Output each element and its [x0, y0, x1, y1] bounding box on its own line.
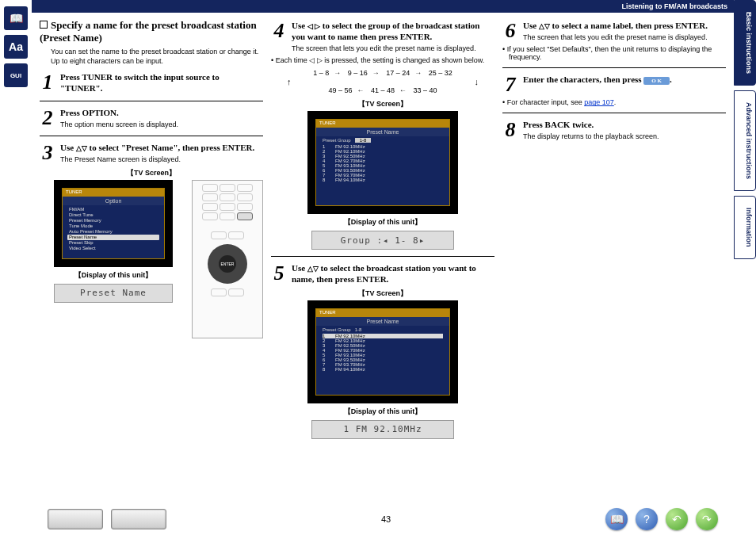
tab-advanced[interactable]: Advanced instructions	[734, 90, 756, 191]
step-8-title: Press BACK twice.	[523, 120, 726, 131]
tv-bar-tuner: TUNER	[66, 189, 82, 194]
triangle-up-down-icon: △▽	[76, 145, 87, 152]
step-number: 3	[40, 143, 55, 164]
step-7: 7 Enter the characters, then press O K.	[502, 75, 726, 95]
tab-information[interactable]: Information	[734, 196, 756, 259]
section-title-text: Specify a name for the preset broadcast …	[40, 19, 257, 44]
step-4: 4 Use ◁ ▷ to select the group of the bro…	[271, 21, 494, 53]
tab-basic[interactable]: Basic instructions	[734, 0, 756, 86]
step-7-bullet: • For character input, see page 107.	[502, 98, 726, 106]
lcd-group: Group :◂ 1- 8▸	[311, 231, 454, 250]
step-6-note: The screen that lets you edit the preset…	[523, 33, 726, 43]
display-label-3: 【Display of this unit】	[271, 407, 494, 417]
display-label-2: 【Display of this unit】	[271, 217, 494, 227]
columns: Specify a name for the preset broadcast …	[32, 13, 734, 535]
step-number: 4	[271, 21, 287, 53]
tv-screen-label-3: 【TV Screen】	[271, 289, 494, 299]
step-3-note: The Preset Name screen is displayed.	[60, 155, 263, 165]
right-nav-tabs: Basic instructions Advanced instructions…	[734, 0, 756, 535]
group-cycle-diagram: 1 – 8→ 9 – 16→ 17 – 24→ 25 – 32 ↑↓ 49 – …	[271, 69, 494, 94]
ok-button-badge: O K	[643, 77, 670, 86]
gui-icon[interactable]: GUI	[4, 63, 28, 87]
lcd-preset-name: Preset Name	[54, 284, 173, 303]
page: 📖 Aa GUI Listening to FM/AM broadcasts S…	[0, 0, 756, 535]
footer-left	[48, 509, 166, 529]
column-2: 4 Use ◁ ▷ to select the group of the bro…	[271, 17, 494, 535]
step-7-title: Enter the characters, then press O K.	[523, 75, 726, 86]
device-front-icon[interactable]	[48, 509, 103, 529]
page-107-link[interactable]: page 107	[584, 98, 614, 106]
page-header: Listening to FM/AM broadcasts	[32, 0, 734, 13]
device-rear-icon[interactable]	[111, 509, 166, 529]
step-5: 5 Use △▽ to select the broadcast station…	[271, 263, 494, 285]
book-icon[interactable]: 📖	[4, 6, 28, 30]
step-1: 1 Press TUNER to switch the input source…	[40, 72, 263, 94]
step-1-title: Press TUNER to switch the input source t…	[60, 72, 263, 94]
tv-preset-screenshot: TUNER Preset Name Preset Group 1-8 1FM 9…	[307, 111, 458, 214]
step-5-title: Use △▽ to select the broadcast station y…	[292, 263, 494, 285]
triangle-left-right-icon: ◁ ▷	[307, 23, 320, 30]
left-icon-bar: 📖 Aa GUI	[0, 0, 32, 535]
step-4-note: The screen that lets you edit the preset…	[292, 44, 494, 54]
lcd-station: 1 FM 92.10MHz	[311, 420, 454, 439]
tv-screen-label-2: 【TV Screen】	[271, 99, 494, 109]
column-1: Specify a name for the preset broadcast …	[40, 17, 263, 535]
step-number: 6	[502, 21, 518, 42]
remote-dpad	[208, 244, 247, 284]
step-number: 8	[502, 120, 518, 141]
prev-page-icon[interactable]: ↶	[666, 508, 688, 530]
step-number: 5	[271, 263, 287, 285]
step-2-title: Press OPTION.	[60, 108, 263, 119]
step-3-title: Use △▽ to select "Preset Name", then pre…	[60, 143, 263, 154]
step-8: 8 Press BACK twice. The display returns …	[502, 120, 726, 141]
tv-and-remote: TUNER Option FM/AMDirect TunePreset Memo…	[40, 180, 263, 338]
page-footer: 43 📖 ? ↶ ↷	[32, 508, 734, 530]
step-6-bullet: • If you select "Set Defaults", then the…	[502, 45, 726, 61]
step-number: 2	[40, 108, 55, 129]
help-icon[interactable]: ?	[636, 508, 658, 530]
section-title: Specify a name for the preset broadcast …	[40, 19, 263, 44]
step-6: 6 Use △▽ to select a name label, then pr…	[502, 21, 726, 42]
remote-tuner-button	[237, 212, 253, 220]
step-2-note: The option menu screen is displayed.	[60, 120, 263, 130]
step-4-title: Use ◁ ▷ to select the group of the broad…	[292, 21, 494, 43]
display-label: 【Display of this unit】	[40, 270, 187, 281]
tv-option-screenshot: TUNER Option FM/AMDirect TunePreset Memo…	[54, 180, 173, 267]
glossary-icon[interactable]: Aa	[4, 35, 28, 59]
step-6-title: Use △▽ to select a name label, then pres…	[523, 21, 726, 32]
page-number: 43	[381, 514, 391, 524]
step-number: 1	[40, 72, 55, 94]
tv-screen-label: 【TV Screen】	[40, 168, 263, 178]
remote-control-illustration	[192, 180, 263, 338]
contents-icon[interactable]: 📖	[605, 508, 628, 530]
step-4-bullet: • Each time ◁ ▷ is pressed, the setting …	[271, 56, 494, 64]
step-2: 2 Press OPTION. The option menu screen i…	[40, 108, 263, 129]
column-3: 6 Use △▽ to select a name label, then pr…	[502, 17, 726, 535]
tv-preset-screenshot-2: TUNER Preset Name Preset Group 1-8 1FM 9…	[307, 300, 458, 403]
footer-right: 📖 ? ↶ ↷	[605, 508, 718, 530]
step-number: 7	[502, 75, 518, 95]
tv-title: Option	[63, 197, 164, 205]
main-content: Listening to FM/AM broadcasts Specify a …	[32, 0, 734, 535]
step-8-note: The display returns to the playback scre…	[523, 132, 726, 142]
next-page-icon[interactable]: ↷	[696, 508, 718, 530]
step-3: 3 Use △▽ to select "Preset Name", then p…	[40, 143, 263, 164]
section-desc: You can set the name to the preset broad…	[51, 48, 263, 66]
